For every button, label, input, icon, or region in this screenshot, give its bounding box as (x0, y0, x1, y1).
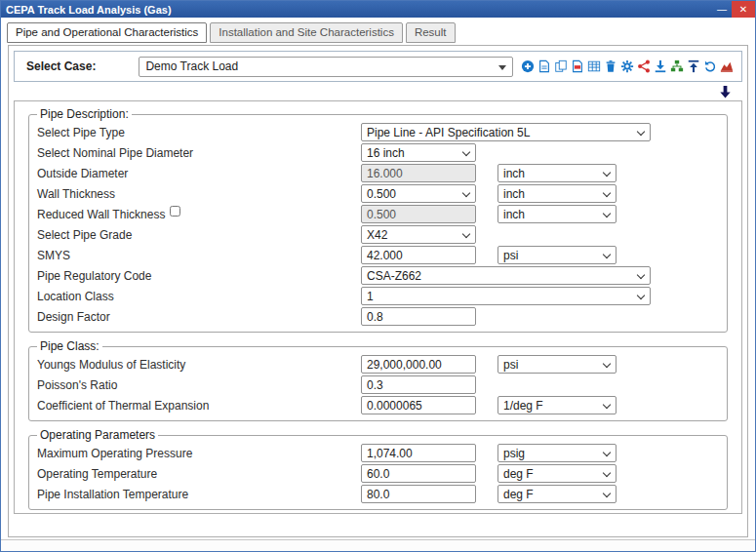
reduced-wall-thickness-input (361, 205, 476, 223)
chevron-down-icon (603, 189, 611, 197)
table-icon[interactable] (586, 59, 601, 74)
outside-diameter-unit-select[interactable]: inch (497, 164, 617, 182)
reduced-wall-thickness-checkbox[interactable] (170, 206, 180, 217)
wall-thickness-select[interactable]: 0.500 (361, 184, 476, 203)
install-temp-row: Pipe Installation Temperature deg F (37, 484, 719, 504)
tab-installation-site[interactable]: Installation and Site Characteristics (210, 22, 403, 43)
undo-icon[interactable] (702, 59, 717, 74)
regulatory-code-value: CSA-Z662 (367, 269, 421, 283)
design-factor-row: Design Factor (37, 306, 719, 327)
outside-diameter-input (361, 164, 476, 182)
location-class-row: Location Class 1 (37, 286, 719, 306)
tab-pipe-operational[interactable]: Pipe and Operational Characteristics (7, 22, 207, 43)
reduced-wall-thickness-unit-select[interactable]: inch (497, 205, 617, 223)
minimize-button[interactable]: — (712, 1, 732, 18)
share-icon[interactable] (636, 59, 651, 74)
pipe-grade-select[interactable]: X42 (361, 225, 476, 244)
chart-icon[interactable] (719, 59, 734, 74)
poissons-ratio-input[interactable] (361, 375, 476, 394)
chevron-down-icon (603, 449, 611, 456)
thermal-expansion-unit-select[interactable]: 1/deg F (497, 396, 617, 414)
pipe-type-value: Pipe Line - API Specification 5L (367, 126, 530, 139)
case-select[interactable]: Demo Track Load (139, 57, 513, 77)
chevron-down-icon (603, 360, 611, 368)
reduced-wall-thickness-label: Reduced Wall Thickness (37, 206, 361, 222)
reduced-wall-thickness-text: Reduced Wall Thickness (37, 208, 165, 221)
regulatory-code-row: Pipe Regulatory Code CSA-Z662 (37, 265, 719, 286)
tree-view-icon[interactable] (669, 59, 684, 74)
thermal-expansion-row: Coefficient of Thermal Expansion 1/deg F (37, 395, 719, 415)
add-icon[interactable] (520, 59, 535, 74)
window-title: CEPA Track Load Analysis (Gas) (1, 4, 712, 16)
operating-temp-unit-select[interactable]: deg F (497, 464, 617, 483)
regulatory-code-label: Pipe Regulatory Code (37, 269, 361, 283)
smys-unit-value: psi (503, 249, 518, 262)
location-class-select[interactable]: 1 (361, 287, 651, 305)
download-icon[interactable] (653, 59, 667, 74)
poissons-ratio-label: Poisson's Ratio (37, 378, 361, 392)
nominal-diameter-row: Select Nominal Pipe Diameter 16 inch (37, 142, 719, 163)
install-temp-unit-value: deg F (503, 488, 534, 501)
outside-diameter-unit-value: inch (503, 167, 525, 180)
regulatory-code-select[interactable]: CSA-Z662 (361, 266, 651, 285)
install-temp-label: Pipe Installation Temperature (37, 488, 361, 501)
wall-thickness-unit-value: inch (503, 187, 525, 201)
tab-bar: Pipe and Operational Characteristics Ins… (1, 18, 755, 43)
youngs-modulus-unit-select[interactable]: psi (497, 355, 617, 374)
design-factor-input[interactable] (361, 307, 476, 326)
smys-label: SMYS (37, 249, 361, 262)
outside-diameter-label: Outside Diameter (37, 167, 361, 180)
chevron-down-icon (603, 169, 611, 177)
case-selection-bar: Select Case: Demo Track Load (14, 51, 742, 82)
select-case-label: Select Case: (26, 59, 139, 73)
export-pdf-icon[interactable] (570, 59, 584, 74)
youngs-modulus-row: Youngs Modulus of Elasticity psi (37, 354, 719, 375)
title-bar: CEPA Track Load Analysis (Gas) — ✕ (1, 1, 755, 18)
max-pressure-unit-value: psig (503, 447, 525, 460)
max-pressure-input[interactable] (361, 444, 476, 462)
pipe-class-legend: Pipe Class: (37, 339, 102, 353)
nominal-diameter-select[interactable]: 16 inch (361, 143, 476, 162)
chevron-down-icon (462, 230, 470, 238)
close-button[interactable]: ✕ (732, 1, 755, 18)
save-icon[interactable] (537, 59, 551, 74)
wall-thickness-label: Wall Thickness (37, 187, 361, 201)
delete-icon[interactable] (603, 59, 617, 74)
nominal-diameter-value: 16 inch (367, 146, 405, 160)
pipe-type-select[interactable]: Pipe Line - API Specification 5L (361, 123, 651, 141)
chevron-down-icon (603, 469, 611, 477)
operating-temp-input[interactable] (361, 464, 476, 483)
max-pressure-row: Maximum Operating Pressure psig (37, 443, 719, 463)
pipe-description-legend: Pipe Description: (37, 107, 132, 121)
install-temp-input[interactable] (361, 485, 476, 503)
install-temp-unit-select[interactable]: deg F (497, 485, 617, 503)
upload-icon[interactable] (686, 59, 700, 74)
status-bar (1, 539, 755, 551)
chevron-down-icon (462, 189, 470, 197)
down-arrow-icon[interactable] (718, 85, 733, 99)
chevron-down-icon (603, 401, 611, 409)
app-window: CEPA Track Load Analysis (Gas) — ✕ Pipe … (0, 0, 756, 552)
smys-row: SMYS psi (37, 245, 719, 265)
youngs-modulus-input[interactable] (361, 355, 476, 374)
wall-thickness-unit-select[interactable]: inch (497, 184, 617, 203)
reduced-wall-thickness-row: Reduced Wall Thickness inch (37, 204, 719, 224)
dropdown-arrow-icon (498, 65, 506, 70)
thermal-expansion-input[interactable] (361, 396, 476, 414)
chevron-down-icon (603, 251, 611, 258)
copy-icon[interactable] (553, 59, 568, 74)
tab-result[interactable]: Result (406, 22, 456, 43)
max-pressure-label: Maximum Operating Pressure (37, 447, 361, 460)
smys-unit-select[interactable]: psi (497, 246, 617, 264)
case-select-value: Demo Track Load (145, 59, 238, 73)
pipe-description-section: Pipe Description: Select Pipe Type Pipe … (28, 107, 728, 333)
smys-input[interactable] (361, 246, 476, 264)
settings-gear-icon[interactable] (619, 59, 634, 74)
operating-parameters-legend: Operating Parameters (37, 428, 158, 442)
chevron-down-icon (637, 292, 645, 299)
pipe-grade-value: X42 (367, 228, 387, 242)
chevron-down-icon (462, 148, 470, 156)
max-pressure-unit-select[interactable]: psig (497, 444, 617, 462)
thermal-expansion-unit-value: 1/deg F (503, 399, 543, 413)
location-class-value: 1 (367, 290, 374, 303)
